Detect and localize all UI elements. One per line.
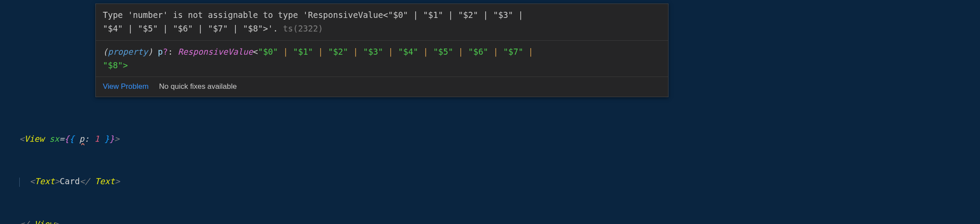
sig-val-1: "$1" <box>293 47 313 56</box>
error-text-line1: Type 'number' is not assignable to type … <box>103 10 523 20</box>
sig-val-7: "$7" <box>503 47 523 56</box>
sig-angle-close: > <box>123 60 128 70</box>
num-literal: 1 <box>94 134 99 144</box>
sig-pipe: | <box>278 47 293 56</box>
sig-val-5: "$5" <box>433 47 453 56</box>
sig-pipe: | <box>313 47 328 56</box>
text-content: Card <box>60 176 80 186</box>
error-message: Type 'number' is not assignable to type … <box>96 4 668 41</box>
jsx-close-view: View <box>29 219 54 224</box>
jsx-tag-view: View <box>24 134 44 144</box>
prop-p-error[interactable]: p <box>79 134 84 144</box>
sig-pipe: | <box>453 47 468 56</box>
sig-val-8: "$8" <box>103 60 123 70</box>
sig-prop-name: p <box>158 47 163 56</box>
code-line-2[interactable]: <Text>Card</ Text> <box>19 174 120 189</box>
error-ts-code: ts(2322) <box>278 24 323 33</box>
jsx-open-angle: < <box>19 134 24 144</box>
code-line-3[interactable]: </ View> <box>19 217 120 224</box>
no-quick-fixes-text: No quick fixes available <box>159 82 237 91</box>
sig-optional: ? <box>163 47 168 56</box>
type-signature: (property) p?: ResponsiveValue<"$0" | "$… <box>96 41 668 77</box>
error-text-line2: "$4" | "$5" | "$6" | "$7" | "$8">'. <box>103 24 278 33</box>
sig-angle-open: < <box>253 47 258 56</box>
sig-val-3: "$3" <box>363 47 383 56</box>
sig-pipe: | <box>418 47 433 56</box>
sig-open-paren: ( <box>103 47 108 56</box>
code-line-1[interactable]: <View sx={{ p: 1 }}> <box>19 132 120 146</box>
code-editor[interactable]: <View sx={{ p: 1 }}> <Text>Card</ Text> … <box>19 103 120 224</box>
sig-keyword: property <box>108 47 148 56</box>
sig-val-0: "$0" <box>258 47 278 56</box>
sig-colon: : <box>168 47 178 56</box>
sig-close-paren: ) <box>148 47 158 56</box>
sig-val-6: "$6" <box>468 47 488 56</box>
jsx-tag-text: Text <box>35 176 55 186</box>
sig-type-name: ResponsiveValue <box>178 47 253 56</box>
hover-tooltip: Type 'number' is not assignable to type … <box>95 4 668 97</box>
sig-pipe: | <box>488 47 503 56</box>
sig-pipe: | <box>348 47 363 56</box>
sig-val-4: "$4" <box>398 47 418 56</box>
jsx-attr-sx: sx <box>49 134 60 144</box>
tooltip-actions: View ProblemNo quick fixes available <box>96 77 668 97</box>
sig-pipe: | <box>383 47 398 56</box>
sig-val-2: "$2" <box>328 47 348 56</box>
sig-pipe: | <box>523 47 533 56</box>
view-problem-link[interactable]: View Problem <box>103 82 149 91</box>
